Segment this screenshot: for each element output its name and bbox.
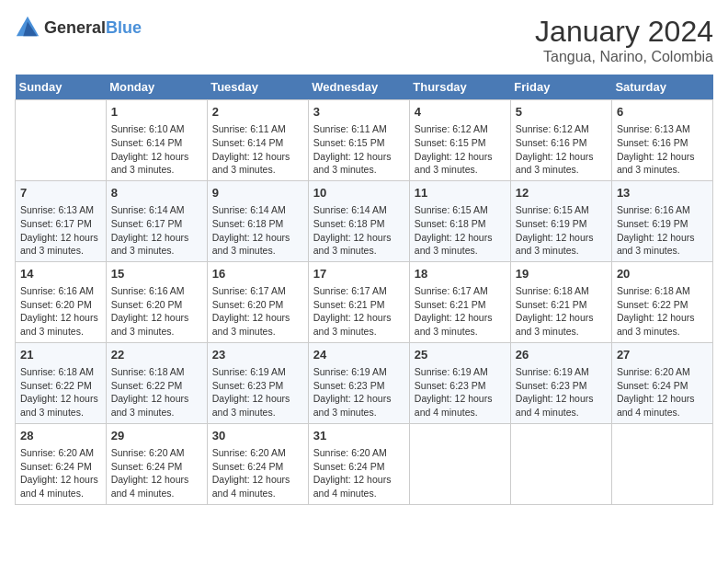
calendar-cell: 3Sunrise: 6:11 AMSunset: 6:15 PMDaylight… [308,100,409,181]
cell-sun-info: Sunrise: 6:17 AMSunset: 6:20 PMDaylight:… [212,284,303,339]
day-number: 29 [111,428,202,444]
day-number: 2 [212,104,303,121]
calendar-body: 1Sunrise: 6:10 AMSunset: 6:14 PMDaylight… [16,100,713,505]
cell-sun-info: Sunrise: 6:19 AMSunset: 6:23 PMDaylight:… [212,365,303,419]
day-number: 6 [617,104,708,121]
calendar-cell [510,423,611,504]
calendar-cell: 26Sunrise: 6:19 AMSunset: 6:23 PMDayligh… [510,342,611,423]
calendar-cell: 1Sunrise: 6:10 AMSunset: 6:14 PMDaylight… [106,100,207,181]
day-number: 17 [313,266,404,282]
calendar-cell: 19Sunrise: 6:18 AMSunset: 6:21 PMDayligh… [510,261,611,342]
cell-sun-info: Sunrise: 6:16 AMSunset: 6:20 PMDaylight:… [20,284,101,339]
day-number: 19 [516,266,607,282]
calendar-cell: 11Sunrise: 6:15 AMSunset: 6:18 PMDayligh… [409,180,510,261]
cell-sun-info: Sunrise: 6:19 AMSunset: 6:23 PMDaylight:… [516,365,607,419]
cell-sun-info: Sunrise: 6:20 AMSunset: 6:24 PMDaylight:… [111,446,202,500]
cell-sun-info: Sunrise: 6:17 AMSunset: 6:21 PMDaylight:… [313,284,404,339]
calendar-cell: 7Sunrise: 6:13 AMSunset: 6:17 PMDaylight… [16,180,107,261]
week-row-3: 14Sunrise: 6:16 AMSunset: 6:20 PMDayligh… [16,261,713,342]
cell-sun-info: Sunrise: 6:11 AMSunset: 6:15 PMDaylight:… [313,122,404,177]
calendar-cell: 6Sunrise: 6:13 AMSunset: 6:16 PMDaylight… [611,100,712,181]
calendar-cell: 4Sunrise: 6:12 AMSunset: 6:15 PMDaylight… [409,100,510,181]
calendar-table: SundayMondayTuesdayWednesdayThursdayFrid… [15,75,713,505]
day-number: 30 [212,428,303,444]
calendar-cell: 31Sunrise: 6:20 AMSunset: 6:24 PMDayligh… [308,423,409,504]
day-number: 24 [313,347,404,363]
calendar-cell: 13Sunrise: 6:16 AMSunset: 6:19 PMDayligh… [611,180,712,261]
cell-sun-info: Sunrise: 6:20 AMSunset: 6:24 PMDaylight:… [212,446,303,500]
cell-sun-info: Sunrise: 6:15 AMSunset: 6:18 PMDaylight:… [415,203,506,258]
day-number: 15 [111,266,202,282]
cell-sun-info: Sunrise: 6:20 AMSunset: 6:24 PMDaylight:… [617,365,708,419]
week-row-4: 21Sunrise: 6:18 AMSunset: 6:22 PMDayligh… [16,342,713,423]
day-number: 20 [617,266,708,282]
cell-sun-info: Sunrise: 6:17 AMSunset: 6:21 PMDaylight:… [415,284,506,339]
header-row: SundayMondayTuesdayWednesdayThursdayFrid… [16,75,713,100]
cell-sun-info: Sunrise: 6:14 AMSunset: 6:17 PMDaylight:… [111,203,202,258]
day-number: 31 [313,428,404,444]
cell-sun-info: Sunrise: 6:14 AMSunset: 6:18 PMDaylight:… [313,203,404,258]
calendar-cell: 15Sunrise: 6:16 AMSunset: 6:20 PMDayligh… [106,261,207,342]
cell-sun-info: Sunrise: 6:10 AMSunset: 6:14 PMDaylight:… [111,122,202,177]
cell-sun-info: Sunrise: 6:18 AMSunset: 6:22 PMDaylight:… [111,365,202,419]
calendar-cell: 29Sunrise: 6:20 AMSunset: 6:24 PMDayligh… [106,423,207,504]
day-number: 11 [415,185,506,201]
cell-sun-info: Sunrise: 6:18 AMSunset: 6:22 PMDaylight:… [617,284,708,339]
cell-sun-info: Sunrise: 6:19 AMSunset: 6:23 PMDaylight:… [313,365,404,419]
day-number: 1 [111,104,202,121]
calendar-title: January 2024 [535,15,713,49]
calendar-cell: 20Sunrise: 6:18 AMSunset: 6:22 PMDayligh… [611,261,712,342]
cell-sun-info: Sunrise: 6:13 AMSunset: 6:17 PMDaylight:… [20,203,101,258]
logo-icon [15,15,40,40]
calendar-cell: 23Sunrise: 6:19 AMSunset: 6:23 PMDayligh… [207,342,308,423]
header-tuesday: Tuesday [207,75,308,100]
day-number: 9 [212,185,303,201]
day-number: 28 [20,428,101,444]
calendar-cell: 25Sunrise: 6:19 AMSunset: 6:23 PMDayligh… [409,342,510,423]
calendar-cell: 22Sunrise: 6:18 AMSunset: 6:22 PMDayligh… [106,342,207,423]
logo-text: GeneralBlue [44,18,142,38]
calendar-cell: 21Sunrise: 6:18 AMSunset: 6:22 PMDayligh… [16,342,107,423]
cell-sun-info: Sunrise: 6:15 AMSunset: 6:19 PMDaylight:… [516,203,607,258]
day-number: 13 [617,185,708,201]
logo: GeneralBlue [15,15,142,40]
week-row-2: 7Sunrise: 6:13 AMSunset: 6:17 PMDaylight… [16,180,713,261]
day-number: 18 [415,266,506,282]
logo-blue: Blue [106,18,142,37]
cell-sun-info: Sunrise: 6:19 AMSunset: 6:23 PMDaylight:… [415,365,506,419]
calendar-cell: 2Sunrise: 6:11 AMSunset: 6:14 PMDaylight… [207,100,308,181]
calendar-cell: 28Sunrise: 6:20 AMSunset: 6:24 PMDayligh… [16,423,107,504]
logo-general: General [44,18,106,37]
day-number: 8 [111,185,202,201]
calendar-cell: 8Sunrise: 6:14 AMSunset: 6:17 PMDaylight… [106,180,207,261]
calendar-cell: 5Sunrise: 6:12 AMSunset: 6:16 PMDaylight… [510,100,611,181]
day-number: 12 [516,185,607,201]
header-wednesday: Wednesday [308,75,409,100]
day-number: 25 [415,347,506,363]
calendar-cell: 12Sunrise: 6:15 AMSunset: 6:19 PMDayligh… [510,180,611,261]
header-thursday: Thursday [409,75,510,100]
calendar-subtitle: Tangua, Narino, Colombia [535,49,713,65]
title-block: January 2024 Tangua, Narino, Colombia [535,15,713,65]
calendar-cell [611,423,712,504]
cell-sun-info: Sunrise: 6:18 AMSunset: 6:22 PMDaylight:… [20,365,101,419]
day-number: 7 [20,185,101,201]
calendar-cell: 14Sunrise: 6:16 AMSunset: 6:20 PMDayligh… [16,261,107,342]
cell-sun-info: Sunrise: 6:16 AMSunset: 6:20 PMDaylight:… [111,284,202,339]
cell-sun-info: Sunrise: 6:12 AMSunset: 6:16 PMDaylight:… [516,122,607,177]
day-number: 14 [20,266,101,282]
calendar-cell [409,423,510,504]
cell-sun-info: Sunrise: 6:20 AMSunset: 6:24 PMDaylight:… [20,446,101,500]
day-number: 5 [516,104,607,121]
calendar-cell: 18Sunrise: 6:17 AMSunset: 6:21 PMDayligh… [409,261,510,342]
calendar-cell: 30Sunrise: 6:20 AMSunset: 6:24 PMDayligh… [207,423,308,504]
day-number: 10 [313,185,404,201]
cell-sun-info: Sunrise: 6:14 AMSunset: 6:18 PMDaylight:… [212,203,303,258]
day-number: 16 [212,266,303,282]
calendar-cell: 27Sunrise: 6:20 AMSunset: 6:24 PMDayligh… [611,342,712,423]
header-monday: Monday [106,75,207,100]
calendar-cell: 9Sunrise: 6:14 AMSunset: 6:18 PMDaylight… [207,180,308,261]
cell-sun-info: Sunrise: 6:18 AMSunset: 6:21 PMDaylight:… [516,284,607,339]
cell-sun-info: Sunrise: 6:16 AMSunset: 6:19 PMDaylight:… [617,203,708,258]
header-friday: Friday [510,75,611,100]
